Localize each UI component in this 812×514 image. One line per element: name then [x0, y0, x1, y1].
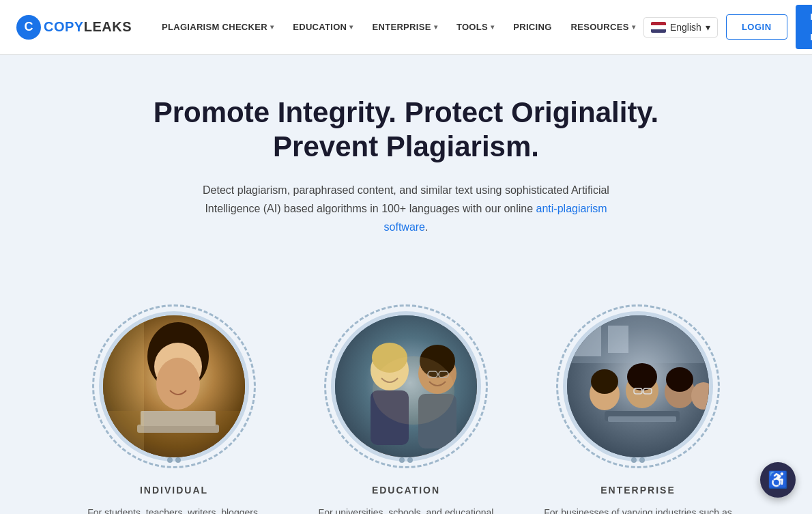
card-individual: INDIVIDUAL For students, teachers, write… — [78, 304, 270, 514]
card-arc-indicator — [167, 457, 181, 463]
hero-section: Promote Integrity. Protect Originality. … — [0, 55, 812, 291]
nav-item-tools[interactable]: TOOLS ▾ — [448, 16, 502, 38]
nav-links: PLAGIARISM CHECKER ▾ EDUCATION ▾ ENTERPR… — [154, 16, 643, 38]
svg-point-18 — [373, 356, 454, 425]
card-image-wrapper-education — [324, 304, 488, 468]
card-description-enterprise: For businesses of varying industries suc… — [542, 505, 734, 514]
card-image-wrapper-enterprise — [556, 304, 720, 468]
svg-point-24 — [627, 363, 657, 390]
svg-point-22 — [591, 369, 618, 394]
svg-rect-30 — [608, 416, 676, 422]
card-education: EDUCATION For universities, schools, and… — [310, 304, 502, 514]
chevron-down-icon: ▾ — [491, 23, 494, 31]
hero-subtitle: Detect plagiarism, paraphrased content, … — [188, 181, 624, 237]
chevron-down-icon: ▾ — [349, 23, 353, 31]
card-image-enterprise — [563, 311, 713, 461]
card-image-individual — [99, 311, 249, 461]
card-enterprise: ENTERPRISE For businesses of varying ind… — [542, 304, 734, 514]
svg-point-28 — [666, 367, 693, 392]
nav-item-plagiarism-checker[interactable]: PLAGIARISM CHECKER ▾ — [154, 16, 282, 38]
card-arc-indicator — [631, 457, 645, 463]
chevron-down-icon: ▾ — [632, 23, 635, 31]
language-label: English — [670, 22, 701, 33]
nav-item-resources[interactable]: RESOURCES ▾ — [563, 16, 643, 38]
chevron-down-icon: ▾ — [706, 22, 710, 33]
chevron-down-icon: ▾ — [270, 23, 274, 31]
svg-point-3 — [156, 358, 200, 410]
accessibility-button[interactable]: ♿ — [760, 462, 796, 498]
chevron-down-icon: ▾ — [434, 23, 437, 31]
card-image-wrapper-individual — [92, 304, 256, 468]
card-category-education: EDUCATION — [372, 485, 440, 496]
card-category-enterprise: ENTERPRISE — [600, 485, 675, 496]
flag-icon-us — [651, 22, 666, 33]
navbar: C COPYLEAKS PLAGIARISM CHECKER ▾ EDUCATI… — [0, 0, 812, 55]
language-selector[interactable]: English ▾ — [643, 17, 718, 38]
card-arc-indicator — [399, 457, 413, 463]
svg-rect-33 — [608, 326, 628, 353]
card-category-individual: INDIVIDUAL — [140, 485, 208, 496]
nav-right: English ▾ LOGIN BOOK A DEMO — [643, 5, 812, 49]
nav-item-pricing[interactable]: PRICING — [505, 16, 560, 38]
hero-title: Promote Integrity. Protect Originality. … — [99, 96, 713, 165]
nav-item-education[interactable]: EDUCATION ▾ — [285, 16, 361, 38]
logo-text: COPYLEAKS — [44, 19, 132, 35]
login-button[interactable]: LOGIN — [726, 14, 787, 40]
nav-item-enterprise[interactable]: ENTERPRISE ▾ — [364, 16, 446, 38]
card-description-education: For universities, schools, and education… — [310, 505, 502, 514]
cards-section: INDIVIDUAL For students, teachers, write… — [0, 291, 812, 514]
logo-link[interactable]: C COPYLEAKS — [16, 15, 132, 40]
logo-icon: C — [16, 15, 41, 40]
card-image-education — [331, 311, 481, 461]
book-demo-button[interactable]: BOOK A DEMO — [796, 5, 812, 49]
card-description-individual: For students, teachers, writers, blogger… — [78, 505, 270, 514]
accessibility-icon: ♿ — [768, 470, 788, 489]
